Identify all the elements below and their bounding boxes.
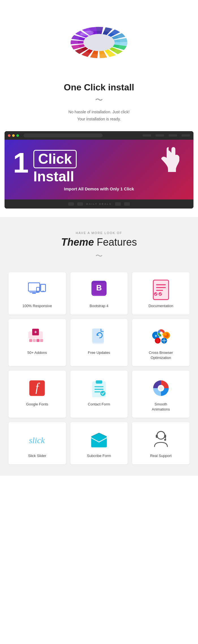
- feature-label-updates: Free Updates: [88, 350, 110, 355]
- svg-rect-52: [94, 386, 104, 387]
- svg-rect-7: [41, 284, 46, 292]
- dot-green: [16, 134, 19, 137]
- feature-label-documentation: Documentation: [148, 303, 173, 309]
- feature-label-bootstrap: Bootstrap 4: [90, 303, 109, 309]
- feature-label-fonts: Google Fonts: [26, 402, 48, 407]
- svg-point-38: [160, 331, 163, 334]
- svg-rect-62: [156, 435, 158, 438]
- feature-label-addons: 50+ Addons: [27, 350, 47, 355]
- dot-red: [8, 134, 10, 137]
- bottom-icon2: [77, 202, 83, 206]
- svg-point-58: [159, 386, 163, 390]
- feature-card-support: Real Support: [132, 422, 190, 464]
- install-subtitle: Import All Demos with Only 1 Click: [13, 186, 185, 192]
- color-wheel-image: [62, 11, 136, 74]
- svg-text:e: e: [155, 334, 157, 338]
- svg-point-64: [164, 439, 166, 441]
- features-swirl: 〜: [8, 251, 190, 261]
- updates-icon: [90, 328, 108, 346]
- svg-rect-51: [96, 381, 102, 384]
- svg-rect-31: [33, 339, 36, 342]
- swirl-divider: 〜: [95, 96, 103, 104]
- browser-optimization-icon: e: [152, 328, 170, 346]
- bootstrap-icon: B: [90, 281, 108, 299]
- nav-item: [156, 134, 164, 137]
- hero-title: One Click install: [64, 82, 134, 93]
- svg-rect-54: [94, 391, 100, 392]
- feature-card-slick: slick Slick Slider: [8, 422, 66, 464]
- feature-label-browser: Cross Browser Optimization: [149, 350, 173, 360]
- google-fonts-icon: f: [28, 379, 46, 397]
- svg-rect-53: [94, 389, 104, 390]
- bottom-icon1: [68, 202, 74, 206]
- smooth-animations-icon: [152, 379, 170, 397]
- feature-card-subscribe: Subcribe Form: [70, 422, 128, 464]
- features-section: HAVE A MORE LOOK OF Theme Features 〜: [0, 217, 198, 475]
- svg-point-12: [38, 292, 38, 292]
- svg-rect-6: [32, 293, 36, 294]
- svg-rect-30: [29, 339, 33, 342]
- svg-point-24: [158, 292, 162, 296]
- feature-label-support: Real Support: [150, 453, 172, 458]
- svg-text:slick: slick: [29, 435, 45, 445]
- nav-item: [169, 134, 177, 137]
- svg-rect-8: [41, 292, 45, 292]
- features-title: Theme Features: [8, 236, 190, 248]
- svg-rect-11: [37, 292, 39, 292]
- hero-desc: No hassle of installation. Just click! Y…: [68, 109, 130, 123]
- one-number: 1: [13, 150, 29, 175]
- svg-text:B: B: [96, 284, 102, 292]
- browser-topbar: [5, 131, 193, 140]
- feature-label-contact: Contact Form: [88, 402, 110, 407]
- feature-label-responsive: 100% Responsive: [22, 303, 52, 309]
- svg-text:+: +: [34, 329, 37, 335]
- feature-label-subscribe: Subcribe Form: [87, 453, 111, 458]
- svg-point-41: [164, 333, 167, 335]
- feature-card-fonts: f Google Fonts: [8, 371, 66, 418]
- svg-point-2: [83, 34, 115, 51]
- real-support-icon: [152, 431, 170, 449]
- address-bar: [23, 133, 103, 137]
- feature-card-addons: + 50+ Addons: [8, 319, 66, 366]
- click-install-text: Click Install: [33, 150, 77, 184]
- bottom-icon4: [124, 202, 130, 206]
- features-subtitle: HAVE A MORE LOOK OF: [8, 231, 190, 235]
- feature-card-bootstrap: B Bootstrap 4: [70, 272, 128, 314]
- feature-card-responsive: 100% Responsive: [8, 272, 66, 314]
- dot-yellow: [12, 134, 15, 137]
- svg-rect-33: [40, 339, 43, 342]
- nav-item: [143, 134, 151, 137]
- addons-icon: +: [28, 328, 46, 346]
- hand-cursor-icon: [157, 147, 179, 177]
- feature-card-contact: Contact Form: [70, 371, 128, 418]
- svg-rect-22: [156, 290, 163, 291]
- contact-form-icon: [90, 379, 108, 397]
- svg-point-55: [100, 391, 106, 396]
- feature-card-updates: Free Updates: [70, 319, 128, 366]
- svg-rect-20: [156, 284, 165, 286]
- bottom-icon3: [115, 202, 121, 206]
- features-grid: 100% Responsive B Bootstrap 4: [8, 272, 190, 464]
- browser-bottombar: DAILY DEALS: [5, 199, 193, 209]
- svg-point-9: [43, 290, 44, 291]
- install-graphic: 1 Click Install Import All Demos with On…: [5, 140, 193, 199]
- slick-slider-icon: slick: [28, 431, 46, 449]
- hero-section: placeholder One Click install 〜 No hassl…: [0, 0, 198, 131]
- subscribe-icon: [90, 431, 108, 449]
- feature-card-animations: Smooth Animations: [132, 371, 190, 418]
- responsive-icon: [28, 281, 46, 299]
- svg-rect-21: [156, 287, 165, 288]
- svg-rect-4: [28, 283, 40, 291]
- svg-point-23: [154, 292, 157, 296]
- daily-deals-label: DAILY DEALS: [86, 203, 112, 205]
- feature-card-documentation: Documentation: [132, 272, 190, 314]
- svg-point-43: [156, 338, 159, 343]
- install-section: 1 Click Install Import All Demos with On…: [5, 131, 193, 209]
- feature-label-animations: Smooth Animations: [152, 402, 170, 412]
- feature-card-browser: e: [132, 319, 190, 366]
- documentation-icon: [152, 281, 170, 299]
- feature-label-slick: Slick Slider: [28, 453, 46, 458]
- nav-item: [182, 134, 190, 137]
- svg-rect-32: [36, 339, 40, 342]
- features-header: HAVE A MORE LOOK OF Theme Features 〜: [8, 231, 190, 261]
